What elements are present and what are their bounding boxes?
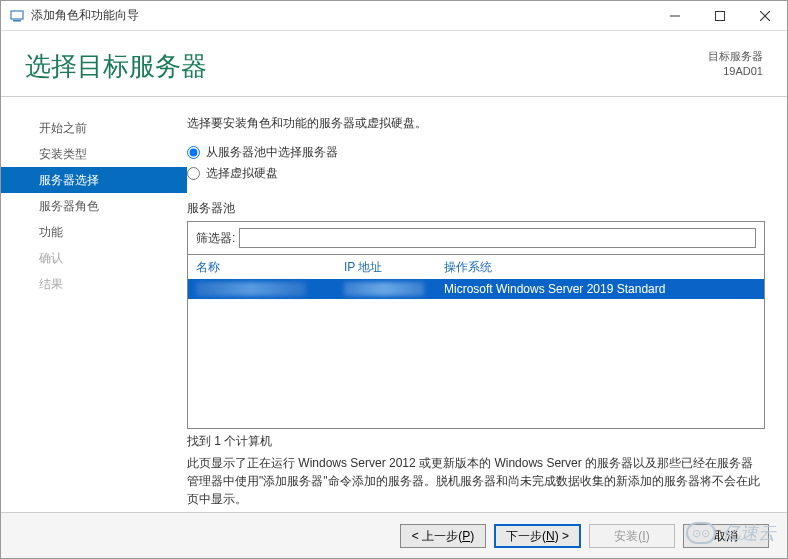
nav-server-selection[interactable]: 服务器选择 bbox=[1, 167, 187, 193]
column-name[interactable]: 名称 bbox=[196, 259, 344, 276]
instruction-text: 选择要安装角色和功能的服务器或虚拟硬盘。 bbox=[187, 115, 765, 132]
wizard-window: 添加角色和功能向导 选择目标服务器 目标服务器 19AD01 开始之前 安装类型… bbox=[0, 0, 788, 559]
cell-os: Microsoft Windows Server 2019 Standard bbox=[444, 282, 756, 296]
sidebar-nav: 开始之前 安装类型 服务器选择 服务器角色 功能 确认 结果 bbox=[1, 97, 187, 512]
nav-confirmation: 确认 bbox=[1, 245, 187, 271]
table-row[interactable]: Microsoft Windows Server 2019 Standard bbox=[188, 279, 764, 299]
filter-box: 筛选器: bbox=[187, 221, 765, 255]
cell-ip bbox=[344, 282, 444, 296]
found-count: 找到 1 个计算机 bbox=[187, 433, 765, 450]
radio-server-pool-label: 从服务器池中选择服务器 bbox=[206, 144, 338, 161]
table-body: Microsoft Windows Server 2019 Standard bbox=[188, 279, 764, 428]
nav-features[interactable]: 功能 bbox=[1, 219, 187, 245]
window-title: 添加角色和功能向导 bbox=[31, 7, 652, 24]
help-text: 此页显示了正在运行 Windows Server 2012 或更新版本的 Win… bbox=[187, 454, 765, 508]
cancel-button[interactable]: 取消 bbox=[683, 524, 769, 548]
titlebar: 添加角色和功能向导 bbox=[1, 1, 787, 31]
nav-install-type[interactable]: 安装类型 bbox=[1, 141, 187, 167]
close-button[interactable] bbox=[742, 1, 787, 30]
minimize-button[interactable] bbox=[652, 1, 697, 30]
target-value: 19AD01 bbox=[708, 64, 763, 79]
nav-before-begin[interactable]: 开始之前 bbox=[1, 115, 187, 141]
window-controls bbox=[652, 1, 787, 30]
target-label: 目标服务器 bbox=[708, 49, 763, 64]
cell-name bbox=[196, 282, 344, 296]
next-button[interactable]: 下一步(N) > bbox=[494, 524, 581, 548]
wizard-footer: < 上一步(P) 下一步(N) > 安装(I) 取消 bbox=[1, 512, 787, 558]
page-title: 选择目标服务器 bbox=[25, 49, 708, 84]
table-header: 名称 IP 地址 操作系统 bbox=[188, 255, 764, 279]
filter-label: 筛选器: bbox=[196, 230, 235, 247]
wizard-header: 选择目标服务器 目标服务器 19AD01 bbox=[1, 31, 787, 97]
nav-results: 结果 bbox=[1, 271, 187, 297]
app-icon bbox=[9, 8, 25, 24]
server-table: 名称 IP 地址 操作系统 Microsoft Windows Server 2… bbox=[187, 255, 765, 429]
main-content: 选择要安装角色和功能的服务器或虚拟硬盘。 从服务器池中选择服务器 选择虚拟硬盘 … bbox=[187, 97, 787, 512]
radio-vhd[interactable]: 选择虚拟硬盘 bbox=[187, 165, 765, 182]
server-pool-label: 服务器池 bbox=[187, 200, 765, 217]
radio-server-pool[interactable]: 从服务器池中选择服务器 bbox=[187, 144, 765, 161]
column-os[interactable]: 操作系统 bbox=[444, 259, 756, 276]
radio-vhd-input[interactable] bbox=[187, 167, 200, 180]
radio-vhd-label: 选择虚拟硬盘 bbox=[206, 165, 278, 182]
svg-rect-3 bbox=[715, 11, 724, 20]
radio-server-pool-input[interactable] bbox=[187, 146, 200, 159]
filter-input[interactable] bbox=[239, 228, 756, 248]
nav-server-roles[interactable]: 服务器角色 bbox=[1, 193, 187, 219]
wizard-body: 开始之前 安装类型 服务器选择 服务器角色 功能 确认 结果 选择要安装角色和功… bbox=[1, 97, 787, 512]
install-button: 安装(I) bbox=[589, 524, 675, 548]
previous-button[interactable]: < 上一步(P) bbox=[400, 524, 486, 548]
svg-rect-1 bbox=[13, 20, 21, 22]
target-info: 目标服务器 19AD01 bbox=[708, 49, 763, 84]
svg-rect-0 bbox=[11, 11, 23, 19]
column-ip[interactable]: IP 地址 bbox=[344, 259, 444, 276]
maximize-button[interactable] bbox=[697, 1, 742, 30]
